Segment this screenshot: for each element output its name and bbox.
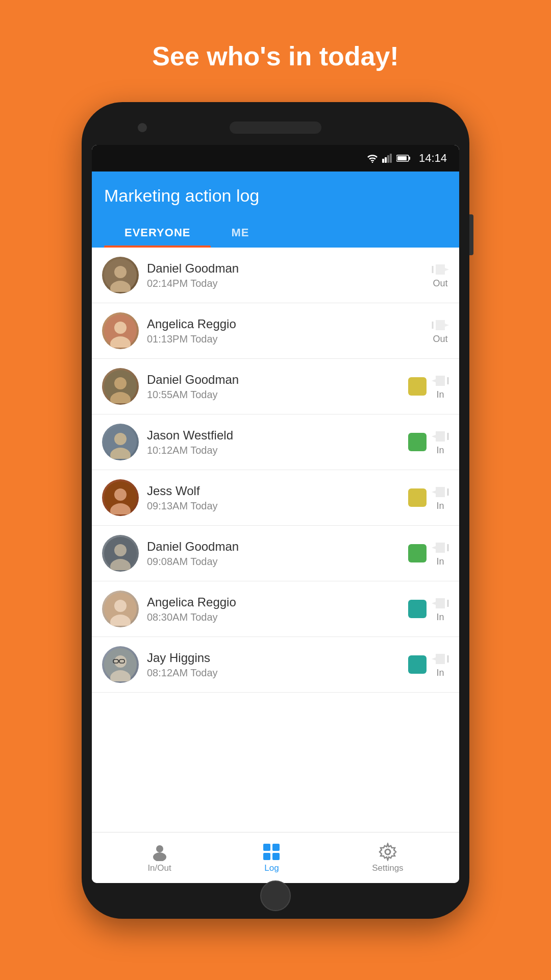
avatar xyxy=(102,424,139,460)
nav-label-log: Log xyxy=(264,863,279,873)
svg-point-9 xyxy=(114,266,127,278)
tab-everyone[interactable]: EVERYONE xyxy=(104,218,211,248)
bottom-nav: In/Out Log Settings xyxy=(92,832,459,883)
avatar xyxy=(102,535,139,572)
item-info: Daniel Goodman 09:08AM Today xyxy=(147,540,400,568)
svg-point-44 xyxy=(153,852,166,861)
svg-rect-7 xyxy=(397,156,407,160)
status-label: Out xyxy=(433,278,447,289)
svg-point-13 xyxy=(114,322,127,334)
item-status: In xyxy=(408,540,449,567)
avatar xyxy=(102,257,139,293)
out-arrow-icon xyxy=(432,317,449,333)
svg-rect-2 xyxy=(385,157,387,163)
list-item[interactable]: Daniel Goodman 09:08AM Today In xyxy=(92,526,459,581)
status-label: In xyxy=(436,445,444,456)
status-label: In xyxy=(436,389,444,400)
svg-rect-48 xyxy=(272,853,280,860)
svg-point-33 xyxy=(114,600,127,612)
status-label: In xyxy=(436,612,444,623)
item-time: 01:13PM Today xyxy=(147,333,423,345)
svg-rect-6 xyxy=(409,157,410,160)
status-label: In xyxy=(436,556,444,567)
list-item[interactable]: Jason Westfield 10:12AM Today In xyxy=(92,414,459,470)
svg-rect-45 xyxy=(263,844,270,851)
status-dot xyxy=(408,544,427,562)
status-arrow: In xyxy=(432,429,449,456)
item-name: Jess Wolf xyxy=(147,484,400,498)
item-status: In xyxy=(408,484,449,511)
item-info: Angelica Reggio 01:13PM Today xyxy=(147,317,423,345)
status-arrow: In xyxy=(432,540,449,567)
person-icon xyxy=(151,843,169,861)
svg-rect-3 xyxy=(387,155,389,163)
nav-item-log[interactable]: Log xyxy=(262,843,281,873)
speaker-grille xyxy=(230,121,321,134)
nav-label-in-out: In/Out xyxy=(147,863,171,873)
list-item[interactable]: Angelica Reggio 01:13PM Today Out xyxy=(92,303,459,359)
item-time: 08:12AM Today xyxy=(147,667,400,679)
item-info: Daniel Goodman 02:14PM Today xyxy=(147,261,423,289)
item-info: Angelica Reggio 08:30AM Today xyxy=(147,595,400,623)
in-arrow-icon xyxy=(432,651,449,667)
svg-point-49 xyxy=(385,849,390,854)
status-arrow: Out xyxy=(432,317,449,345)
svg-rect-46 xyxy=(272,844,280,851)
item-time: 09:08AM Today xyxy=(147,556,400,568)
list-item[interactable]: Angelica Reggio 08:30AM Today In xyxy=(92,581,459,637)
item-info: Daniel Goodman 10:55AM Today xyxy=(147,373,400,401)
status-label: Out xyxy=(433,334,447,345)
wifi-icon xyxy=(367,154,378,163)
list-item[interactable]: Daniel Goodman 10:55AM Today In xyxy=(92,359,459,414)
item-name: Daniel Goodman xyxy=(147,540,400,554)
front-camera xyxy=(138,123,147,132)
item-status: In xyxy=(408,651,449,678)
time-display: 14:14 xyxy=(419,152,447,165)
nav-item-in-out[interactable]: In/Out xyxy=(147,843,171,873)
item-name: Jay Higgins xyxy=(147,651,400,665)
app-title: Marketing action log xyxy=(104,186,447,206)
avatar-initials xyxy=(102,257,139,293)
tabs-container: EVERYONE ME xyxy=(104,218,447,248)
in-arrow-icon xyxy=(432,429,449,444)
list-item[interactable]: Jay Higgins 08:12AM Today In xyxy=(92,637,459,693)
status-dot xyxy=(408,600,427,618)
status-arrow: In xyxy=(432,484,449,511)
status-label: In xyxy=(436,668,444,678)
item-status: In xyxy=(408,373,449,400)
item-time: 02:14PM Today xyxy=(147,278,423,289)
page-headline: See who's in today! xyxy=(152,41,398,71)
item-status: Out xyxy=(432,262,449,289)
item-name: Daniel Goodman xyxy=(147,261,423,276)
item-info: Jay Higgins 08:12AM Today xyxy=(147,651,400,679)
item-time: 10:55AM Today xyxy=(147,389,400,401)
volume-button xyxy=(469,214,473,255)
phone-screen: 14:14 Marketing action log EVERYONE ME xyxy=(92,145,459,883)
in-arrow-icon xyxy=(432,540,449,555)
svg-rect-4 xyxy=(390,154,392,163)
svg-point-29 xyxy=(114,544,127,556)
item-info: Jess Wolf 09:13AM Today xyxy=(147,484,400,512)
item-time: 09:13AM Today xyxy=(147,500,400,512)
avatar xyxy=(102,646,139,683)
item-name: Angelica Reggio xyxy=(147,595,400,609)
tab-me[interactable]: ME xyxy=(211,218,269,248)
nav-label-settings: Settings xyxy=(372,863,403,873)
list-item[interactable]: Daniel Goodman 02:14PM Today Out xyxy=(92,248,459,303)
list-item[interactable]: Jess Wolf 09:13AM Today In xyxy=(92,470,459,526)
phone-top-bar xyxy=(92,112,459,143)
status-dot xyxy=(408,655,427,674)
home-button[interactable] xyxy=(260,880,291,911)
status-dot xyxy=(408,433,427,451)
svg-point-17 xyxy=(114,377,127,389)
status-dot xyxy=(408,488,427,507)
status-arrow: In xyxy=(432,651,449,678)
app-header: Marketing action log EVERYONE ME xyxy=(92,172,459,248)
nav-item-settings[interactable]: Settings xyxy=(372,843,403,873)
out-arrow-icon xyxy=(432,262,449,277)
item-name: Daniel Goodman xyxy=(147,373,400,387)
item-time: 08:30AM Today xyxy=(147,611,400,623)
status-label: In xyxy=(436,501,444,511)
svg-rect-1 xyxy=(382,159,384,163)
item-status: In xyxy=(408,429,449,456)
